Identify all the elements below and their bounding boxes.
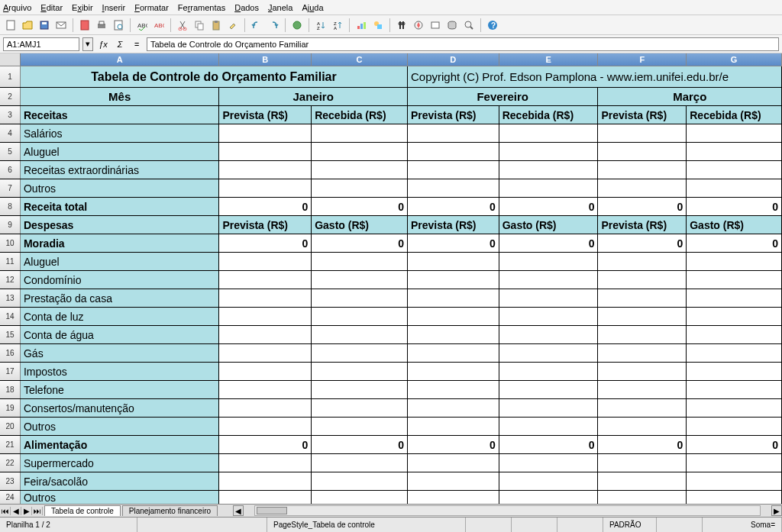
cell[interactable] [219,308,312,325]
cell[interactable] [408,143,499,160]
cell[interactable]: Condomínio [21,271,219,289]
cell[interactable]: 0 [687,234,782,252]
cell[interactable]: Recebida (R$) [312,106,408,124]
cell[interactable] [312,418,408,435]
cell[interactable] [312,399,408,417]
redo-button[interactable] [266,18,281,33]
row-header[interactable]: 10 [0,234,21,252]
cell[interactable] [408,418,499,435]
cell[interactable]: Prevista (R$) [408,216,499,234]
row-header[interactable]: 16 [0,344,21,362]
pdf-button[interactable] [77,18,92,33]
cell[interactable]: 0 [408,198,499,215]
cell[interactable]: Janeiro [219,88,408,105]
tab-first-button[interactable]: ⏮ [0,507,11,515]
cell[interactable] [687,381,782,398]
cell[interactable] [312,253,408,270]
cell[interactable] [219,326,312,343]
cell[interactable] [499,454,599,472]
save-button[interactable] [37,18,52,33]
menu-arquivo[interactable]: Arquivo [3,3,31,12]
row-header[interactable]: 22 [0,454,21,472]
cell[interactable] [499,124,599,142]
cell[interactable] [408,344,499,362]
open-button[interactable] [20,18,35,33]
row-header[interactable]: 1 [0,66,21,87]
cell[interactable] [408,253,499,270]
cell[interactable] [687,472,782,490]
cell[interactable] [598,143,687,160]
cell[interactable] [687,253,782,270]
cell[interactable]: 0 [219,198,312,215]
cell[interactable]: 0 [219,436,312,453]
cell[interactable]: Prevista (R$) [598,106,687,124]
cell[interactable] [219,418,312,435]
cell[interactable]: 0 [598,198,687,215]
cell[interactable] [312,308,408,325]
cell[interactable] [219,472,312,490]
cell[interactable] [408,472,499,490]
cell[interactable]: 0 [312,234,408,252]
cell[interactable]: Prevista (R$) [408,106,499,124]
menu-ferramentas[interactable]: Ferramentas [178,3,225,12]
cell[interactable] [219,179,312,197]
cell[interactable] [219,271,312,289]
cell[interactable] [687,344,782,362]
cell[interactable]: 0 [408,436,499,453]
row-header[interactable]: 24 [0,491,21,504]
cell[interactable]: Consertos/manutenção [21,399,219,417]
cell[interactable] [408,399,499,417]
cell[interactable] [312,271,408,289]
cell[interactable]: Conta de luz [21,308,219,325]
hscroll-thumb[interactable] [257,507,287,514]
cell[interactable] [598,253,687,270]
cell[interactable] [312,143,408,160]
col-header-e[interactable]: E [499,53,599,66]
cell[interactable] [598,161,687,179]
sort-desc-button[interactable]: ZA [330,18,345,33]
cell[interactable]: 0 [499,436,599,453]
tab-last-button[interactable]: ⏭ [32,507,43,515]
cell[interactable] [499,179,599,197]
cell[interactable]: Alimentação [21,436,219,453]
row-header[interactable]: 18 [0,381,21,398]
cell[interactable] [598,418,687,435]
cell-copyright[interactable]: Copyright (C) Prof. Edson Pamplona - www… [408,66,782,87]
row-header[interactable]: 21 [0,436,21,453]
gallery-button[interactable] [428,18,443,33]
cell[interactable] [687,308,782,325]
new-doc-button[interactable] [3,18,18,33]
preview-button[interactable] [111,18,126,33]
cell[interactable] [687,161,782,179]
cell[interactable] [499,491,599,504]
cell[interactable] [219,143,312,160]
row-header[interactable]: 7 [0,179,21,197]
cell[interactable] [687,491,782,504]
cell[interactable]: 0 [312,198,408,215]
menu-janela[interactable]: Janela [268,3,292,12]
cell[interactable] [408,381,499,398]
status-insert-mode[interactable]: PADRÃO [603,517,657,532]
row-header[interactable]: 2 [0,88,21,105]
menu-inserir[interactable]: Inserir [102,3,126,12]
sum-button[interactable]: Σ [113,37,127,51]
cell[interactable] [408,308,499,325]
cell[interactable] [312,326,408,343]
cell[interactable] [687,289,782,307]
hscroll-right-button[interactable]: ▶ [771,505,782,516]
row-header[interactable]: 4 [0,124,21,142]
cell[interactable] [219,363,312,380]
col-header-a[interactable]: A [21,53,219,66]
cell[interactable] [219,253,312,270]
cell[interactable]: Outros [21,179,219,197]
cell[interactable] [499,344,599,362]
cell[interactable] [408,179,499,197]
print-button[interactable] [94,18,109,33]
cell[interactable] [408,289,499,307]
cell[interactable]: Receita total [21,198,219,215]
row-header[interactable]: 3 [0,106,21,124]
cell[interactable] [499,472,599,490]
function-wizard-button[interactable]: ƒx [96,37,110,51]
cell[interactable]: 0 [598,234,687,252]
cell[interactable]: Receitas [21,106,219,124]
